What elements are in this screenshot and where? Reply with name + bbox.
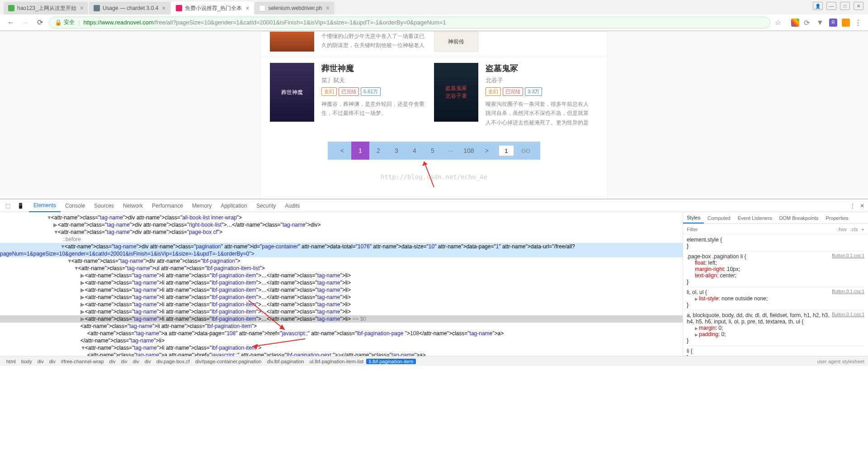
- close-icon[interactable]: ×: [80, 5, 84, 12]
- breadcrumb-item[interactable]: li.lbf-pagination-item: [366, 359, 416, 364]
- breadcrumb-item[interactable]: div: [35, 359, 47, 364]
- breadcrumb-item[interactable]: div: [130, 359, 142, 364]
- pagination-page[interactable]: 1: [351, 142, 369, 160]
- elements-tree[interactable]: ▼<attr-name">class="tag-name">div attr-n…: [0, 212, 683, 356]
- dom-node[interactable]: <attr-name">class="tag-name">a attr-name…: [0, 330, 683, 337]
- book-tag-category[interactable]: 玄幻: [321, 87, 337, 96]
- browser-tab[interactable]: selenium.webdriver.ph×: [255, 2, 334, 14]
- hov-toggle[interactable]: :hov: [837, 227, 847, 232]
- book-author[interactable]: 北谷子: [486, 76, 591, 85]
- devtools-tab-application[interactable]: Application: [216, 199, 252, 212]
- ext-icon[interactable]: ⟳: [804, 19, 812, 27]
- dom-node[interactable]: ▶<attr-name">class="tag-name">li attr-na…: [0, 294, 683, 301]
- user-icon[interactable]: 👤: [813, 2, 823, 10]
- menu-icon[interactable]: ⋮: [854, 19, 863, 27]
- devtools-tab-security[interactable]: Security: [252, 199, 280, 212]
- book-cover[interactable]: 神前传: [434, 32, 478, 52]
- styles-tab-breakpoints[interactable]: DOM Breakpoints: [776, 212, 822, 223]
- add-rule-button[interactable]: +: [862, 227, 864, 232]
- breadcrumb-item[interactable]: #free-channel-wrap: [58, 359, 107, 364]
- minimize-button[interactable]: —: [826, 2, 836, 10]
- browser-tab-active[interactable]: 免费小说推荐_热门全本×: [171, 2, 254, 14]
- url-input[interactable]: 🔒 安全 | https://www.readnovel.com/free/al…: [49, 17, 770, 28]
- styles-tab-properties[interactable]: Properties: [822, 212, 852, 223]
- devtools-tab-console[interactable]: Console: [61, 199, 90, 212]
- close-icon[interactable]: ×: [245, 5, 249, 12]
- pagination-go-button[interactable]: GO: [517, 147, 535, 154]
- breadcrumb-item[interactable]: div.page-box.cf: [154, 359, 193, 364]
- dom-node[interactable]: ▼<attr-name">class="tag-name">ul attr-na…: [0, 265, 683, 272]
- back-button[interactable]: ←: [5, 17, 16, 28]
- styles-tab-computed[interactable]: Computed: [704, 212, 734, 223]
- breadcrumb-item[interactable]: body: [19, 359, 35, 364]
- breadcrumb-item[interactable]: div.lbf-pagination: [264, 359, 307, 364]
- cls-toggle[interactable]: .cls: [850, 227, 858, 232]
- pagination-prev[interactable]: <: [333, 142, 351, 160]
- book-cover[interactable]: 盗墓鬼冢 北谷子著: [434, 63, 478, 122]
- dom-node[interactable]: ▶<attr-name">class="tag-name">div attr-n…: [0, 221, 683, 228]
- devtools-tab-memory[interactable]: Memory: [188, 199, 216, 212]
- pagination-page[interactable]: 4: [406, 142, 424, 160]
- dom-node[interactable]: ▶<attr-name">class="tag-name">li attr-na…: [0, 301, 683, 308]
- dom-node[interactable]: <attr-name">class="tag-name">li attr-nam…: [0, 323, 683, 330]
- book-title[interactable]: 葬世神魔: [321, 63, 427, 74]
- dom-node[interactable]: ▶<attr-name">class="tag-name">li attr-na…: [0, 279, 683, 286]
- dom-node[interactable]: ▶<attr-name">class="tag-name">li attr-na…: [0, 286, 683, 294]
- book-tag-category[interactable]: 玄幻: [486, 87, 501, 96]
- dom-node[interactable]: pageNum=1&pageSize=10&gender=1&catId=200…: [0, 250, 683, 257]
- close-icon[interactable]: ×: [326, 5, 330, 12]
- inspect-icon[interactable]: ⬚: [4, 202, 12, 210]
- pagination-page[interactable]: 2: [369, 142, 387, 160]
- styles-tab-styles[interactable]: Styles: [683, 212, 704, 223]
- dom-node[interactable]: ▶<attr-name">class="tag-name">li attr-na…: [0, 315, 683, 323]
- dom-node[interactable]: </attr-name">class="tag-name">li>: [0, 337, 683, 344]
- pagination-page-last[interactable]: 108: [460, 142, 478, 160]
- maximize-button[interactable]: □: [840, 2, 850, 10]
- dom-node[interactable]: ▼<attr-name">class="tag-name">div attr-n…: [0, 228, 683, 236]
- ext-icon[interactable]: R: [829, 19, 837, 27]
- pagination-next[interactable]: >: [478, 142, 496, 160]
- breadcrumb-item[interactable]: ul.lbf-pagination-item-list: [307, 359, 366, 364]
- breadcrumb-item[interactable]: div#page-container.pagination: [193, 359, 264, 364]
- device-icon[interactable]: 📱: [16, 202, 24, 210]
- breadcrumb-item[interactable]: html: [4, 359, 19, 364]
- dom-node[interactable]: ▶<attr-name">class="tag-name">li attr-na…: [0, 272, 683, 279]
- dom-node[interactable]: ▶<attr-name">class="tag-name">li attr-na…: [0, 308, 683, 315]
- forward-button[interactable]: →: [20, 17, 31, 28]
- breadcrumb-item[interactable]: div: [107, 359, 118, 364]
- book-author[interactable]: 笑丿弑天: [321, 76, 427, 85]
- pagination-input[interactable]: [499, 145, 514, 156]
- book-cover[interactable]: [270, 32, 314, 52]
- breadcrumb-item[interactable]: div: [47, 359, 58, 364]
- reload-button[interactable]: ⟳: [34, 17, 45, 28]
- styles-tab-listeners[interactable]: Event Listeners: [734, 212, 776, 223]
- ext-icon[interactable]: [842, 19, 850, 27]
- css-rules[interactable]: element.style {}Button.0.1.css:1.page-bo…: [683, 235, 868, 356]
- devtools-menu-icon[interactable]: ⋮: [850, 203, 855, 209]
- book-cover[interactable]: 葬世神魔: [270, 63, 314, 122]
- close-icon[interactable]: ×: [162, 5, 165, 12]
- devtools-tab-elements[interactable]: Elements: [29, 199, 61, 212]
- close-window-button[interactable]: ✕: [854, 2, 863, 10]
- devtools-tab-sources[interactable]: Sources: [90, 199, 118, 212]
- styles-filter-input[interactable]: [687, 227, 837, 232]
- pagination-page[interactable]: 3: [387, 142, 406, 160]
- devtools-tab-network[interactable]: Network: [118, 199, 147, 212]
- devtools-close-icon[interactable]: ✕: [860, 203, 864, 209]
- dom-node[interactable]: ▼<attr-name">class="tag-name">li attr-na…: [0, 344, 683, 351]
- dom-node[interactable]: ▼<attr-name">class="tag-name">div attr-n…: [0, 214, 683, 221]
- breadcrumb-item[interactable]: div: [142, 359, 154, 364]
- breadcrumb-item[interactable]: div: [118, 359, 130, 364]
- browser-tab[interactable]: Usage — chardet 3.0.4×: [89, 2, 170, 14]
- book-title[interactable]: 盗墓鬼冢: [486, 63, 591, 74]
- dom-node[interactable]: <attr-name">class="tag-name">a attr-name…: [0, 351, 683, 356]
- dom-node[interactable]: ▼<attr-name">class="tag-name">div attr-n…: [0, 257, 683, 265]
- devtools-tab-performance[interactable]: Performance: [147, 199, 188, 212]
- pagination-page[interactable]: 5: [424, 142, 442, 160]
- dom-node[interactable]: ::before: [0, 236, 683, 243]
- browser-tab[interactable]: hao123_上网从这里开始×: [4, 2, 88, 14]
- dom-node[interactable]: ▼<attr-name">class="tag-name">div attr-n…: [0, 243, 683, 250]
- devtools-tab-audits[interactable]: Audits: [280, 199, 304, 212]
- star-icon[interactable]: ☆: [775, 18, 781, 27]
- ext-icon[interactable]: ▼: [816, 19, 825, 27]
